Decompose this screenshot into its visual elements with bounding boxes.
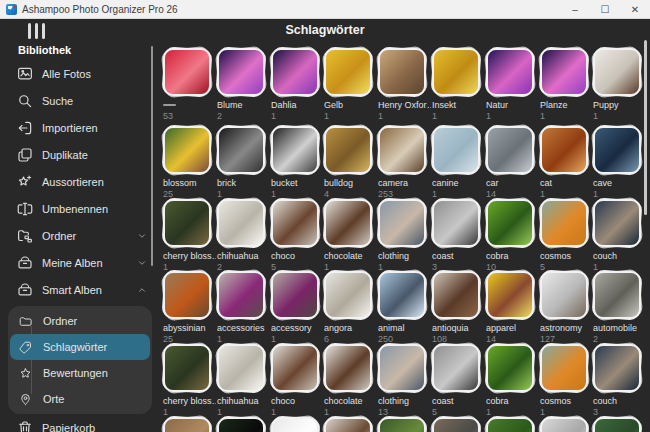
tag-thumbnail[interactable]	[217, 344, 265, 392]
tag-tile[interactable]	[163, 344, 211, 392]
tag-thumbnail[interactable]	[271, 417, 319, 432]
close-button[interactable]: ✕	[620, 0, 650, 18]
tag-tile[interactable]	[271, 126, 319, 174]
tag-tile-partial[interactable]	[324, 417, 372, 432]
tag-tile[interactable]	[271, 271, 319, 319]
sidebar-item-papierkorb[interactable]: Papierkorb	[0, 414, 160, 432]
tag-tile[interactable]	[432, 271, 480, 319]
tag-thumbnail[interactable]	[378, 126, 426, 174]
tag-thumbnail[interactable]	[378, 271, 426, 319]
tag-tile[interactable]	[378, 48, 426, 96]
tag-tile[interactable]	[324, 271, 372, 319]
tag-tile[interactable]	[486, 344, 534, 392]
tag-tile[interactable]	[540, 48, 588, 96]
tag-thumbnail[interactable]	[486, 199, 534, 247]
sidebar-item-duplikate[interactable]: Duplikate	[0, 141, 160, 168]
tag-thumbnail[interactable]	[271, 126, 319, 174]
tag-thumbnail[interactable]	[593, 126, 641, 174]
tag-thumbnail[interactable]	[324, 417, 372, 432]
tag-tile[interactable]	[540, 199, 588, 247]
tag-thumbnail[interactable]	[593, 271, 641, 319]
tag-thumbnail[interactable]	[540, 344, 588, 392]
main-scrollbar[interactable]	[644, 40, 647, 215]
tag-tile[interactable]	[378, 126, 426, 174]
tag-thumbnail[interactable]	[540, 271, 588, 319]
chevron-up-icon[interactable]	[137, 285, 147, 295]
sidebar-subitem-smart-ordner[interactable]: Ordner	[10, 308, 150, 334]
tag-thumbnail[interactable]	[217, 271, 265, 319]
tag-tile-partial[interactable]	[540, 417, 588, 432]
tag-thumbnail[interactable]	[324, 199, 372, 247]
tag-tile[interactable]	[163, 48, 211, 96]
tag-thumbnail[interactable]	[163, 417, 211, 432]
sidebar-item-suche[interactable]: Suche	[0, 87, 160, 114]
tag-thumbnail[interactable]	[271, 48, 319, 96]
tag-tile[interactable]	[540, 126, 588, 174]
tag-thumbnail[interactable]	[271, 271, 319, 319]
tag-thumbnail[interactable]	[217, 417, 265, 432]
tag-tile[interactable]	[324, 199, 372, 247]
tag-tile[interactable]	[163, 199, 211, 247]
maximize-button[interactable]: ☐	[590, 0, 620, 18]
sidebar-subitem-orte[interactable]: Orte	[10, 386, 150, 412]
sidebar-item-umbenennen[interactable]: Umbenennen	[0, 195, 160, 222]
tag-tile[interactable]	[540, 271, 588, 319]
tag-tile[interactable]	[432, 48, 480, 96]
sidebar-item-smart-alben[interactable]: Smart Alben	[0, 276, 160, 303]
tag-thumbnail[interactable]	[217, 126, 265, 174]
tag-thumbnail[interactable]	[432, 126, 480, 174]
tag-tile[interactable]	[378, 271, 426, 319]
tag-tile[interactable]	[271, 199, 319, 247]
tag-thumbnail[interactable]	[378, 417, 426, 432]
tag-thumbnail[interactable]	[163, 126, 211, 174]
sidebar-item-alle-fotos[interactable]: Alle Fotos	[0, 60, 160, 87]
tag-tile-partial[interactable]	[432, 417, 480, 432]
tag-tile-partial[interactable]	[271, 417, 319, 432]
tag-tile[interactable]	[271, 344, 319, 392]
tag-thumbnail[interactable]	[324, 344, 372, 392]
tag-tile[interactable]	[217, 199, 265, 247]
tag-thumbnail[interactable]	[324, 126, 372, 174]
tag-tile[interactable]	[217, 48, 265, 96]
tag-tile[interactable]	[217, 271, 265, 319]
tag-thumbnail[interactable]	[378, 48, 426, 96]
tag-tile[interactable]	[593, 126, 641, 174]
tag-tile[interactable]	[593, 48, 641, 96]
tag-tile[interactable]	[486, 271, 534, 319]
tag-thumbnail[interactable]	[593, 344, 641, 392]
tag-thumbnail[interactable]	[540, 417, 588, 432]
tag-thumbnail[interactable]	[432, 344, 480, 392]
tag-tile[interactable]	[378, 199, 426, 247]
tag-thumbnail[interactable]	[486, 48, 534, 96]
tag-thumbnail[interactable]	[486, 126, 534, 174]
tag-thumbnail[interactable]	[378, 344, 426, 392]
tag-tile-partial[interactable]	[378, 417, 426, 432]
tag-thumbnail[interactable]	[271, 344, 319, 392]
tag-thumbnail[interactable]	[163, 271, 211, 319]
sidebar-item-aussortieren[interactable]: Aussortieren	[0, 168, 160, 195]
tag-tile[interactable]	[486, 126, 534, 174]
tag-thumbnail[interactable]	[378, 199, 426, 247]
menu-toggle-button[interactable]	[28, 23, 45, 39]
tag-tile[interactable]	[324, 344, 372, 392]
minimize-button[interactable]: –	[560, 0, 590, 18]
tag-thumbnail[interactable]	[593, 48, 641, 96]
tag-thumbnail[interactable]	[593, 199, 641, 247]
tag-thumbnail[interactable]	[324, 48, 372, 96]
tag-tile[interactable]	[324, 48, 372, 96]
sidebar-item-meine-alben[interactable]: Meine Alben	[0, 249, 160, 276]
tag-thumbnail[interactable]	[324, 271, 372, 319]
tag-tile[interactable]	[163, 126, 211, 174]
tag-tile[interactable]	[271, 48, 319, 96]
tag-thumbnail[interactable]	[271, 199, 319, 247]
tag-thumbnail[interactable]	[540, 126, 588, 174]
tag-thumbnail[interactable]	[217, 48, 265, 96]
tag-tile[interactable]	[432, 344, 480, 392]
tag-tile[interactable]	[324, 126, 372, 174]
tag-thumbnail[interactable]	[432, 48, 480, 96]
tag-tile[interactable]	[432, 199, 480, 247]
tag-tile[interactable]	[593, 199, 641, 247]
tag-thumbnail[interactable]	[163, 199, 211, 247]
tag-tile[interactable]	[486, 48, 534, 96]
tag-thumbnail[interactable]	[486, 271, 534, 319]
